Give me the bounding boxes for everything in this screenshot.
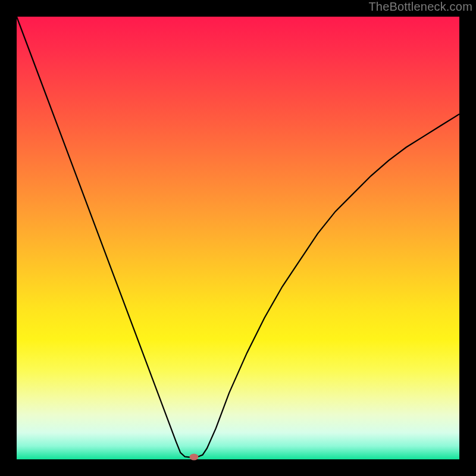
bottleneck-curve bbox=[17, 17, 459, 459]
chart-frame: TheBottleneck.com bbox=[0, 0, 476, 476]
plot-area bbox=[17, 17, 459, 459]
optimal-point-marker bbox=[189, 454, 198, 461]
watermark-text: TheBottleneck.com bbox=[368, 0, 472, 14]
curve-path bbox=[17, 17, 459, 457]
